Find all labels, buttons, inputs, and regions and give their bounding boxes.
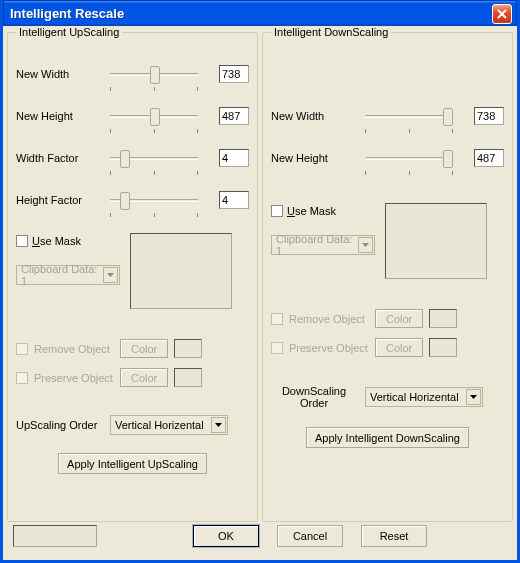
up-remove-label: Remove Object xyxy=(34,343,114,355)
up-remove-row: Remove Object Color xyxy=(16,339,249,358)
checkbox-icon xyxy=(16,372,28,384)
up-order-label: UpScaling Order xyxy=(16,419,102,431)
close-button[interactable] xyxy=(492,4,512,24)
down-preserve-label: Preserve Object xyxy=(289,342,369,354)
downscaling-legend: Intelligent DownScaling xyxy=(271,26,391,38)
up-height-input[interactable] xyxy=(219,107,249,125)
chevron-down-icon xyxy=(358,237,373,253)
chevron-down-icon xyxy=(103,267,118,283)
down-height-label: New Height xyxy=(271,152,343,164)
up-order-value: Vertical Horizental xyxy=(115,419,204,431)
down-remove-row: Remove Object Color xyxy=(271,309,504,328)
up-usemask-label: UUse Maskse Mask xyxy=(32,235,81,247)
slider-thumb[interactable] xyxy=(150,108,160,126)
down-remove-color-button: Color xyxy=(375,309,423,328)
down-width-input[interactable] xyxy=(474,107,504,125)
down-remove-color-swatch xyxy=(429,309,457,328)
up-hfactor-input[interactable] xyxy=(219,191,249,209)
down-width-label: New Width xyxy=(271,110,343,122)
up-width-label: New Width xyxy=(16,68,88,80)
up-order-row: UpScaling Order Vertical Horizental xyxy=(16,415,249,435)
chevron-down-icon xyxy=(211,417,226,433)
down-usemask-label: UUse Maskse Mask xyxy=(287,205,336,217)
up-width-slider[interactable] xyxy=(88,60,219,88)
down-preserve-color-swatch xyxy=(429,338,457,357)
title-bar: Intelligent Rescale xyxy=(3,0,517,26)
checkbox-icon xyxy=(16,343,28,355)
up-hfactor-row: Height Factor xyxy=(16,185,249,215)
down-preserve-row: Preserve Object Color xyxy=(271,338,504,357)
up-remove-color-swatch xyxy=(174,339,202,358)
down-apply-row: Apply Intelligent DownScaling xyxy=(271,427,504,448)
up-height-slider[interactable] xyxy=(88,102,219,130)
ok-button[interactable]: OK xyxy=(193,525,259,547)
up-clipboard-label: Clipboard Data: 1 xyxy=(21,263,103,287)
up-width-input[interactable] xyxy=(219,65,249,83)
up-remove-color-button: Color xyxy=(120,339,168,358)
down-remove-label: Remove Object xyxy=(289,313,369,325)
up-preserve-label: Preserve Object xyxy=(34,372,114,384)
slider-thumb[interactable] xyxy=(120,192,130,210)
downscaling-group: Intelligent DownScaling New Width New He… xyxy=(262,32,513,522)
up-height-row: New Height xyxy=(16,101,249,131)
dialog-content: Intelligent UpScaling New Width New Heig… xyxy=(3,26,517,526)
slider-thumb[interactable] xyxy=(150,66,160,84)
down-preserve-color-button: Color xyxy=(375,338,423,357)
bottom-bar: OK Cancel Reset xyxy=(13,522,507,550)
down-clipboard-combo: Clipboard Data: 1 xyxy=(271,235,375,255)
slider-thumb[interactable] xyxy=(443,108,453,126)
up-preserve-color-button: Color xyxy=(120,368,168,387)
down-usemask-check[interactable]: UUse Maskse Mask xyxy=(271,205,375,217)
dialog-window: Intelligent Rescale Intelligent UpScalin… xyxy=(0,0,520,563)
upscaling-legend: Intelligent UpScaling xyxy=(16,26,122,38)
up-preview-box xyxy=(130,233,232,309)
up-preserve-row: Preserve Object Color xyxy=(16,368,249,387)
up-height-label: New Height xyxy=(16,110,88,122)
up-usemask-row: UUse Maskse Mask Clipboard Data: 1 xyxy=(16,233,249,309)
up-apply-row: Apply Intelligent UpScaling xyxy=(16,453,249,474)
down-order-row: DownScalingOrder Vertical Horizental xyxy=(271,385,504,409)
down-height-row: New Height xyxy=(271,143,504,173)
down-height-slider[interactable] xyxy=(343,144,474,172)
down-preview-box xyxy=(385,203,487,279)
progress-box xyxy=(13,525,97,547)
slider-thumb[interactable] xyxy=(443,150,453,168)
apply-upscaling-button[interactable]: Apply Intelligent UpScaling xyxy=(58,453,207,474)
up-width-row: New Width xyxy=(16,59,249,89)
close-icon xyxy=(497,9,507,19)
bottom-buttons: OK Cancel Reset xyxy=(193,525,427,547)
up-wfactor-label: Width Factor xyxy=(16,152,88,164)
down-order-value: Vertical Horizental xyxy=(370,391,459,403)
checkbox-icon xyxy=(271,342,283,354)
down-clipboard-label: Clipboard Data: 1 xyxy=(276,233,358,257)
down-width-row: New Width xyxy=(271,101,504,131)
slider-thumb[interactable] xyxy=(120,150,130,168)
down-order-label: DownScalingOrder xyxy=(271,385,357,409)
upscaling-group: Intelligent UpScaling New Width New Heig… xyxy=(7,32,258,522)
up-hfactor-slider[interactable] xyxy=(88,186,219,214)
checkbox-icon xyxy=(271,205,283,217)
up-wfactor-row: Width Factor xyxy=(16,143,249,173)
down-width-slider[interactable] xyxy=(343,102,474,130)
apply-downscaling-button[interactable]: Apply Intelligent DownScaling xyxy=(306,427,469,448)
up-usemask-check[interactable]: UUse Maskse Mask xyxy=(16,235,120,247)
up-clipboard-combo: Clipboard Data: 1 xyxy=(16,265,120,285)
chevron-down-icon xyxy=(466,389,481,405)
up-preserve-color-swatch xyxy=(174,368,202,387)
up-wfactor-slider[interactable] xyxy=(88,144,219,172)
window-title: Intelligent Rescale xyxy=(10,6,492,21)
up-order-combo[interactable]: Vertical Horizental xyxy=(110,415,228,435)
down-height-input[interactable] xyxy=(474,149,504,167)
down-usemask-row: UUse Maskse Mask Clipboard Data: 1 xyxy=(271,203,504,279)
cancel-button[interactable]: Cancel xyxy=(277,525,343,547)
checkbox-icon xyxy=(271,313,283,325)
reset-button[interactable]: Reset xyxy=(361,525,427,547)
up-hfactor-label: Height Factor xyxy=(16,194,88,206)
checkbox-icon xyxy=(16,235,28,247)
up-wfactor-input[interactable] xyxy=(219,149,249,167)
down-order-combo[interactable]: Vertical Horizental xyxy=(365,387,483,407)
